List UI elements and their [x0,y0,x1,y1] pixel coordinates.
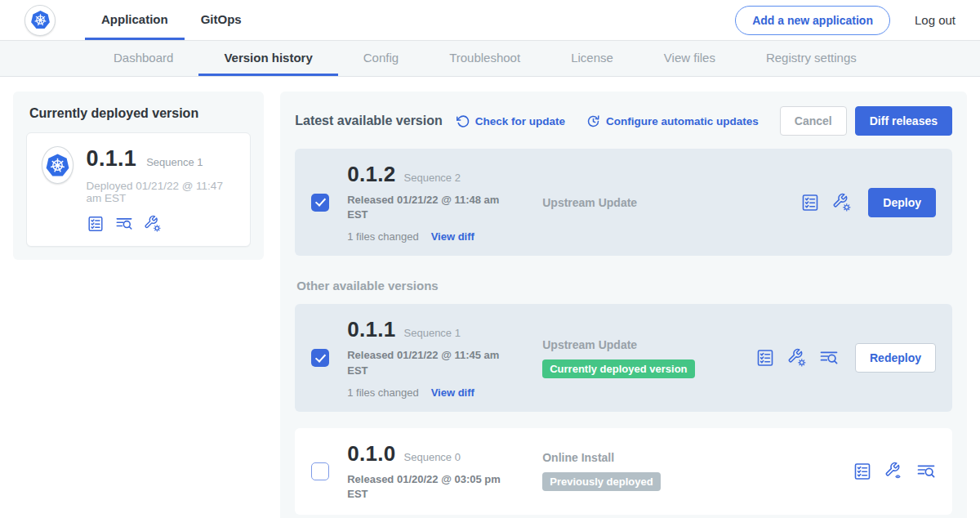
version-info: 0.1.2 Sequence 2 Released 01/21/22 @ 11:… [347,162,514,243]
currently-deployed-badge: Currently deployed version [542,359,694,378]
schedule-clock-icon [586,114,600,128]
subnav-dashboard-label: Dashboard [114,51,173,65]
sequence-label: Sequence 0 [404,451,461,463]
view-config-icon[interactable] [884,462,904,481]
tab-application-label: Application [101,12,168,26]
latest-available-title: Latest available version [295,114,443,128]
tab-application[interactable]: Application [85,0,185,40]
version-row-0-1-0: 0.1.0 Sequence 0 Released 01/20/22 @ 03:… [295,428,952,515]
subnav-item-license[interactable]: License [546,41,639,76]
version-info: 0.1.0 Sequence 0 Released 01/20/22 @ 03:… [347,441,514,502]
app-subnav: Dashboard Version history Config Trouble… [0,41,980,77]
top-navbar: Application GitOps Add a new application… [0,0,980,41]
subnav-version-history-label: Version history [224,51,312,65]
logout-button[interactable]: Log out [915,13,956,27]
edit-config-icon[interactable] [144,215,162,233]
version-actions: Redeploy [755,343,936,373]
version-source: Upstream Update Currently deployed versi… [514,338,755,378]
diff-releases-button[interactable]: Diff releases [855,106,952,136]
subnav-item-troubleshoot[interactable]: Troubleshoot [424,41,546,76]
files-changed-label: 1 files changed [347,230,418,243]
tab-gitops-label: GitOps [201,12,242,26]
version-row-0-1-1: 0.1.1 Sequence 1 Released 01/21/22 @ 11:… [295,304,952,411]
subnav-item-config[interactable]: Config [338,41,424,76]
version-number: 0.1.0 [347,441,395,467]
source-label: Online Install [542,451,614,464]
subnav-troubleshoot-label: Troubleshoot [449,51,520,65]
deployed-actions [87,215,236,233]
version-checkbox-0-1-1[interactable] [311,349,329,367]
version-row-0-1-2: 0.1.2 Sequence 2 Released 01/21/22 @ 11:… [295,149,952,256]
tab-gitops[interactable]: GitOps [185,0,258,40]
currently-deployed-panel: Currently deployed version 0.1.1 Sequenc… [13,92,264,260]
edit-config-icon[interactable] [832,193,852,212]
other-versions-title: Other available versions [296,279,951,292]
edit-config-icon[interactable] [787,348,807,368]
subnav-item-view-files[interactable]: View files [639,41,741,76]
subnav-item-dashboard[interactable]: Dashboard [88,41,198,76]
view-logs-icon[interactable] [115,215,133,233]
previously-deployed-badge: Previously deployed [542,472,660,491]
view-logs-icon[interactable] [916,462,936,481]
deployed-version-card: 0.1.1 Sequence 1 Deployed 01/21/22 @ 11:… [26,132,251,247]
kubernetes-logo-icon [29,9,51,31]
row-spacer [295,412,952,428]
deployed-version-number: 0.1.1 [87,146,137,172]
deploy-button[interactable]: Deploy [868,188,936,217]
version-source: Upstream Update [514,196,800,209]
subnav-item-registry-settings[interactable]: Registry settings [741,41,882,76]
check-for-update-link[interactable]: Check for update [456,114,565,128]
check-for-update-label: Check for update [475,115,565,127]
deployed-timestamp: Deployed 01/21/22 @ 11:47 am EST [87,180,236,204]
view-diff-link[interactable]: View diff [431,386,474,399]
available-versions-panel: Latest available version Check for updat… [280,92,967,518]
view-diff-link[interactable]: View diff [431,230,474,243]
diff-mode-actions: Cancel Diff releases [780,106,952,136]
app-logo [24,5,56,36]
topnav-spacer [258,0,735,40]
configure-automatic-updates-label: Configure automatic updates [606,115,759,127]
subnav-item-version-history[interactable]: Version history [198,41,337,76]
version-number: 0.1.2 [347,162,395,187]
add-new-application-button[interactable]: Add a new application [735,6,890,35]
deployed-app-logo [42,146,74,184]
deployed-version-info: 0.1.1 Sequence 1 Deployed 01/21/22 @ 11:… [87,146,236,233]
preflight-checklist-icon[interactable] [87,215,105,233]
view-logs-icon[interactable] [819,348,839,368]
configure-automatic-updates-link[interactable]: Configure automatic updates [586,114,759,128]
subnav-license-label: License [571,51,613,65]
kubernetes-logo-icon [44,152,71,179]
version-source: Online Install Previously deployed [514,451,853,491]
version-checkbox-0-1-0[interactable] [311,462,329,480]
source-label: Upstream Update [542,196,637,209]
sequence-label: Sequence 2 [404,172,461,184]
files-changed-label: 1 files changed [347,386,418,399]
redeploy-button[interactable]: Redeploy [855,343,936,373]
cancel-button[interactable]: Cancel [780,106,847,136]
source-label: Upstream Update [542,338,637,351]
subnav-config-label: Config [363,51,399,65]
version-info: 0.1.1 Sequence 1 Released 01/21/22 @ 11:… [347,317,514,398]
preflight-checklist-icon[interactable] [755,348,775,368]
deployed-sequence-label: Sequence 1 [146,156,203,168]
subnav-registry-settings-label: Registry settings [766,51,857,65]
sequence-label: Sequence 1 [404,327,461,339]
released-timestamp: Released 01/20/22 @ 03:05 pm EST [347,472,506,502]
version-actions [853,462,936,481]
subnav-view-files-label: View files [664,51,715,65]
preflight-checklist-icon[interactable] [800,193,820,212]
version-checkbox-0-1-2[interactable] [311,194,329,212]
currently-deployed-title: Currently deployed version [29,106,249,121]
refresh-icon [456,114,470,128]
main-content: Currently deployed version 0.1.1 Sequenc… [0,77,980,518]
released-timestamp: Released 01/21/22 @ 11:45 am EST [347,348,506,377]
version-actions: Deploy [800,188,936,217]
available-versions-header: Latest available version Check for updat… [295,106,952,136]
version-number: 0.1.1 [347,317,395,342]
released-timestamp: Released 01/21/22 @ 11:48 am EST [347,193,506,222]
preflight-checklist-icon[interactable] [853,462,872,481]
